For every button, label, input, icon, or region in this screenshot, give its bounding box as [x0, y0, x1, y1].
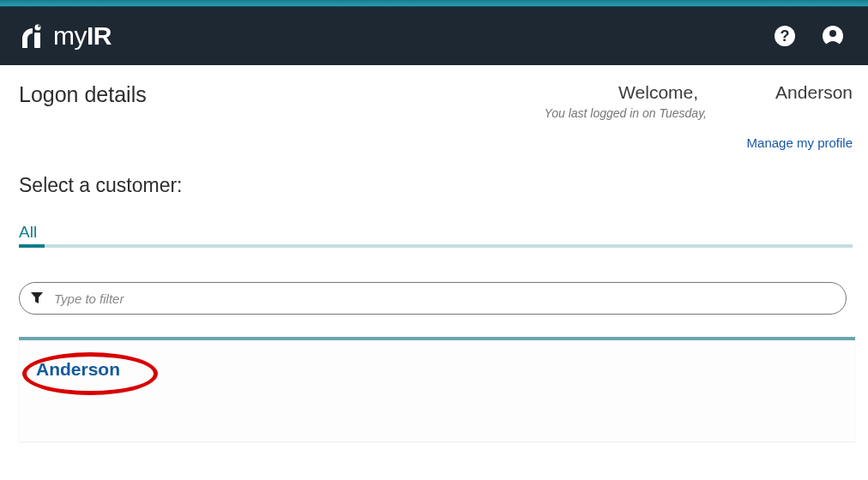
filter-icon: [31, 292, 43, 304]
svg-point-1: [38, 25, 39, 27]
logo-icon: [19, 22, 46, 50]
svg-point-0: [35, 25, 41, 31]
customer-list-panel: Anderson: [19, 337, 855, 441]
manage-profile-link[interactable]: Manage my profile: [545, 135, 853, 150]
filter-input[interactable]: [19, 282, 847, 315]
brand-logo[interactable]: myIR: [19, 21, 112, 51]
welcome-label: Welcome,: [618, 82, 698, 103]
filter-container: [19, 282, 853, 315]
svg-point-6: [829, 30, 836, 37]
page-title: Logon details: [19, 82, 147, 107]
main-content: Logon details Welcome, Anderson You last…: [0, 65, 868, 441]
help-icon[interactable]: ?: [774, 25, 796, 47]
customer-link[interactable]: Anderson: [36, 359, 120, 380]
tab-bar: All: [19, 223, 853, 248]
svg-rect-2: [34, 33, 40, 48]
brand-text: myIR: [53, 21, 112, 51]
app-header: myIR ?: [0, 7, 868, 65]
account-icon[interactable]: [822, 25, 844, 47]
header-actions: ?: [774, 25, 844, 47]
tab-active-indicator: [19, 244, 45, 248]
user-name: Anderson: [775, 82, 853, 103]
welcome-row: Welcome, Anderson: [545, 82, 853, 103]
title-row: Logon details Welcome, Anderson You last…: [19, 82, 853, 150]
user-info-block: Welcome, Anderson You last logged in on …: [545, 82, 853, 150]
section-title: Select a customer:: [19, 174, 853, 197]
tab-all[interactable]: All: [19, 223, 37, 246]
svg-text:?: ?: [781, 27, 790, 45]
last-login-text: You last logged in on Tuesday,: [545, 106, 853, 120]
top-accent-bar: [0, 0, 868, 7]
tab-rail: [19, 244, 853, 248]
